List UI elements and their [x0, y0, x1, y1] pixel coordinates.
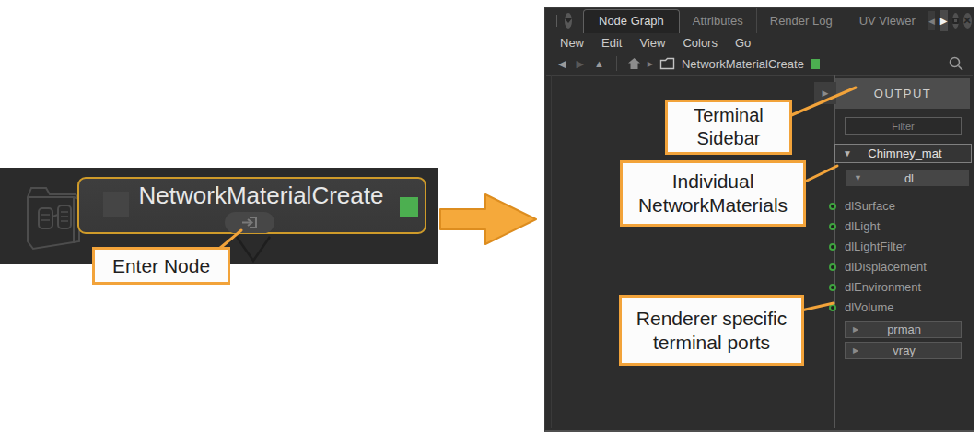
go-up-button[interactable]: ▲ — [594, 58, 604, 69]
group-folder-icon — [659, 57, 675, 70]
menu-new[interactable]: New — [560, 36, 584, 50]
network-material-create-node[interactable]: NetworkMaterialCreate — [77, 177, 426, 234]
callout-text: Terminal — [694, 104, 764, 127]
callout-text: Renderer specific — [636, 307, 787, 331]
callout-terminal-sidebar: Terminal Sidebar — [665, 100, 792, 155]
enter-node-button[interactable] — [225, 212, 274, 233]
port-label: dlSurface — [845, 199, 895, 213]
port-label: dlEnvironment — [845, 280, 921, 294]
callout-text: Individual — [672, 170, 754, 193]
callout-individual-networkmaterials: Individual NetworkMaterials — [620, 160, 806, 227]
enter-node-icon — [240, 216, 259, 229]
history-forward-button[interactable]: ▶ — [576, 58, 583, 70]
home-icon[interactable] — [627, 57, 641, 70]
callout-text: Sidebar — [697, 127, 761, 150]
renderer-prman-header[interactable]: ▶ prman — [845, 321, 962, 338]
sidebar-filter-input[interactable] — [845, 117, 962, 135]
port-dot-icon[interactable] — [829, 284, 836, 291]
menu-bar: New Edit View Colors Go — [545, 33, 974, 53]
callout-renderer-specific-ports: Renderer specific terminal ports — [619, 295, 804, 366]
port-label: dlLightFilter — [845, 240, 906, 253]
tab-scroll-left-button[interactable]: ◀ — [928, 11, 935, 30]
breadcrumb: ◀ ▶ ▲ ▶ NetworkMaterialCreate — [545, 53, 974, 75]
callout-text: terminal ports — [653, 331, 770, 355]
menu-view[interactable]: View — [639, 36, 665, 50]
terminal-port-dllightfilter[interactable]: dlLightFilter — [834, 237, 973, 256]
panel-drag-handle[interactable] — [554, 15, 557, 27]
renderer-group-label: dl — [862, 171, 956, 185]
tab-bar: Node Graph Attributes Render Log UV View… — [545, 8, 974, 33]
triangle-expanded-icon: ▼ — [854, 173, 862, 182]
callout-enter-node: Enter Node — [92, 247, 230, 285]
callout-text: Enter Node — [112, 254, 210, 278]
node-status-square — [400, 197, 418, 217]
tab-scroll-right-button[interactable]: ▶ — [940, 10, 948, 31]
port-dot-icon[interactable] — [829, 304, 836, 311]
location-status-badge — [811, 59, 820, 69]
close-icon: ✕ — [963, 16, 972, 26]
triangle-expanded-icon: ▼ — [843, 148, 852, 158]
breadcrumb-divider — [616, 56, 617, 71]
renderer-label: prman — [858, 322, 950, 336]
maximize-panel-button[interactable] — [952, 13, 959, 29]
renderer-group-header[interactable]: ▼ dl — [846, 170, 969, 186]
port-dot-icon[interactable] — [829, 223, 836, 230]
breadcrumb-location[interactable]: NetworkMaterialCreate — [682, 57, 804, 71]
menu-go[interactable]: Go — [735, 36, 751, 50]
terminal-port-dlvolume[interactable]: dlVolume — [834, 298, 973, 317]
renderer-label: vray — [858, 344, 950, 357]
panel-menu-button[interactable] — [565, 13, 572, 29]
terminal-port-dlenvironment[interactable]: dlEnvironment — [834, 277, 973, 297]
maximize-icon — [952, 18, 959, 24]
close-panel-button[interactable]: ✕ — [963, 13, 972, 29]
terminal-port-dllight[interactable]: dlLight — [834, 217, 973, 236]
transition-arrow — [438, 190, 540, 247]
menu-edit[interactable]: Edit — [601, 36, 622, 50]
port-label: dlLight — [845, 219, 880, 233]
tab-attributes[interactable]: Attributes — [680, 8, 756, 33]
callout-text: NetworkMaterials — [638, 193, 788, 217]
menu-colors[interactable]: Colors — [682, 36, 718, 50]
port-dot-icon[interactable] — [829, 203, 836, 210]
port-dot-icon[interactable] — [829, 263, 836, 271]
canvas-left-border — [551, 75, 552, 428]
material-group-header[interactable]: ▼ Chimney_mat — [834, 144, 972, 163]
search-icon[interactable] — [948, 55, 964, 72]
node-output-chevron-icon — [235, 235, 272, 264]
tab-render-log[interactable]: Render Log — [756, 8, 846, 33]
tab-node-graph[interactable]: Node Graph — [583, 9, 680, 33]
port-dot-icon[interactable] — [829, 243, 836, 251]
chevron-down-icon — [565, 18, 572, 23]
renderer-vray-header[interactable]: ▶ vray — [845, 342, 962, 359]
port-label: dlDisplacement — [845, 260, 927, 274]
tab-uv-viewer[interactable]: UV Viewer — [846, 8, 928, 33]
canvas-top-border — [546, 75, 973, 76]
figure-canvas: NetworkMaterialCreate Node Graph Attribu… — [0, 0, 980, 445]
sidebar-collapse-button[interactable]: ▶ — [814, 82, 836, 104]
terminal-port-dlsurface[interactable]: dlSurface — [834, 196, 973, 216]
port-label: dlVolume — [845, 300, 893, 314]
material-group-label: Chimney_mat — [852, 146, 958, 160]
terminal-port-dldisplacement[interactable]: dlDisplacement — [834, 257, 973, 276]
breadcrumb-chevron-icon: ▶ — [648, 60, 653, 68]
history-back-button[interactable]: ◀ — [558, 58, 566, 70]
node-title: NetworkMaterialCreate — [116, 182, 406, 210]
sidebar-output-header: OUTPUT — [835, 78, 970, 109]
